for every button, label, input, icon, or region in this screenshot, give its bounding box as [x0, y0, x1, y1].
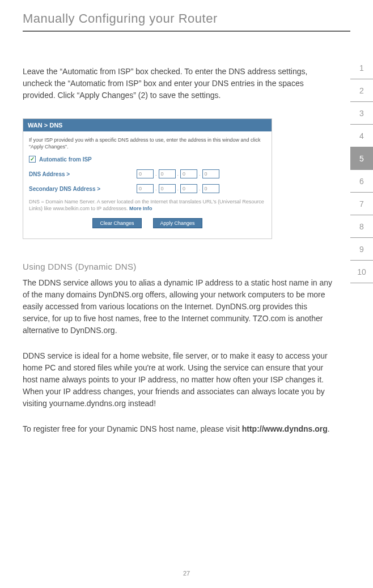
- wan-dns-panel: WAN > DNS If your ISP provided you with …: [23, 118, 272, 239]
- tab-6[interactable]: 6: [350, 170, 373, 193]
- apply-changes-button[interactable]: Apply Changes: [153, 218, 202, 228]
- ip-dot: .: [177, 171, 179, 177]
- dyndns-url: http://www.dyndns.org: [242, 424, 328, 433]
- page-number: 27: [183, 570, 190, 577]
- ip-dot: .: [155, 171, 157, 177]
- secondary-dns-octet-2[interactable]: [159, 184, 176, 193]
- secondary-dns-label: Secondary DNS Address >: [29, 186, 137, 192]
- panel-body: If your ISP provided you with a specific…: [23, 131, 272, 238]
- header-divider: [23, 31, 350, 32]
- side-tabs: 1 2 3 4 5 6 7 8 9 10: [350, 57, 373, 283]
- ddns-heading: Using DDNS (Dynamic DNS): [23, 262, 350, 271]
- automatic-from-isp-row: ✓ Automatic from ISP: [29, 156, 266, 163]
- intro-paragraph: Leave the “Automatic from ISP” box check…: [23, 66, 317, 101]
- automatic-label: Automatic from ISP: [39, 156, 92, 163]
- tab-10[interactable]: 10: [350, 261, 373, 283]
- panel-footnote: DNS = Domain Name Server. A server locat…: [29, 199, 266, 212]
- automatic-checkbox[interactable]: ✓: [29, 156, 36, 163]
- ip-dot: .: [199, 171, 201, 177]
- dns-octet-4[interactable]: [202, 169, 219, 178]
- ip-dot: .: [199, 186, 201, 191]
- dns-octet-3[interactable]: [180, 169, 197, 178]
- dns-octet-2[interactable]: [159, 169, 176, 178]
- page-title: Manually Configuring your Router: [23, 11, 350, 26]
- tab-7[interactable]: 7: [350, 193, 373, 215]
- panel-instruction: If your ISP provided you with a specific…: [29, 137, 266, 150]
- tab-1[interactable]: 1: [350, 57, 373, 79]
- ddns-para-2: DDNS service is ideal for a home website…: [23, 350, 334, 410]
- dns-octet-1[interactable]: [137, 169, 154, 178]
- tab-9[interactable]: 9: [350, 238, 373, 261]
- dns-address-row: DNS Address > . . .: [29, 169, 266, 178]
- tab-4[interactable]: 4: [350, 125, 373, 147]
- tab-2[interactable]: 2: [350, 79, 373, 102]
- tab-3[interactable]: 3: [350, 102, 373, 125]
- tab-5[interactable]: 5: [350, 147, 373, 170]
- ip-dot: .: [155, 186, 157, 191]
- secondary-dns-octet-3[interactable]: [180, 184, 197, 193]
- dns-address-label: DNS Address >: [29, 171, 137, 177]
- ip-dot: .: [177, 186, 179, 191]
- secondary-dns-octet-4[interactable]: [202, 184, 219, 193]
- secondary-dns-row: Secondary DNS Address > . . .: [29, 184, 266, 193]
- ddns-para-3: To register free for your Dynamic DNS ho…: [23, 423, 334, 435]
- clear-changes-button[interactable]: Clear Changes: [92, 218, 141, 228]
- tab-8[interactable]: 8: [350, 215, 373, 238]
- ddns-para-3-suffix: .: [328, 424, 330, 433]
- ddns-para-3-prefix: To register free for your Dynamic DNS ho…: [23, 424, 242, 433]
- secondary-dns-octet-1[interactable]: [137, 184, 154, 193]
- panel-button-row: Clear Changes Apply Changes: [29, 218, 266, 233]
- ddns-para-1: The DDNS service allows you to alias a d…: [23, 277, 334, 336]
- panel-header: WAN > DNS: [23, 119, 272, 131]
- more-info-link[interactable]: More Info: [129, 206, 152, 211]
